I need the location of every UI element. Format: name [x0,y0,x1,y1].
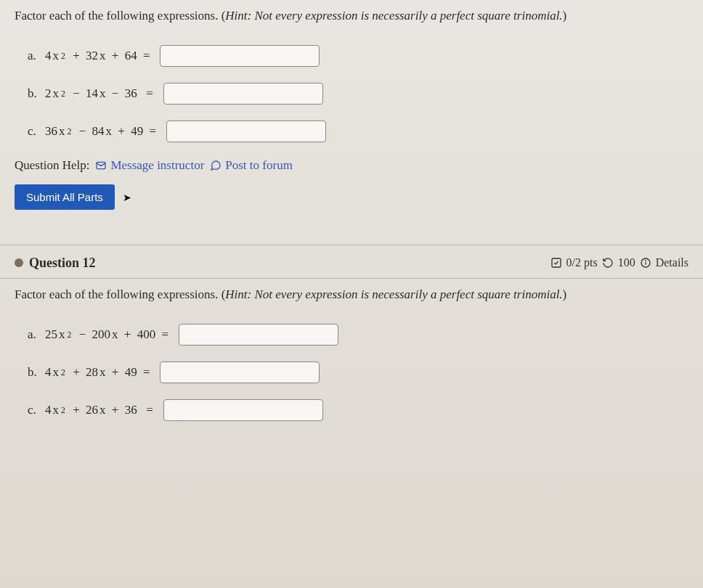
part-b-row: b. 2x2 − 14x − 36 = [28,83,688,105]
part-c-input[interactable] [166,121,326,142]
question-help-label: Question Help: [15,158,89,173]
submit-all-parts-button[interactable]: Submit All Parts [15,184,115,210]
part-c-row: c. 36x2 − 84x + 49 = [28,121,688,142]
q12-part-c-expression: 4x2 + 26x + 36 = [45,403,153,417]
question-12-parts: a. 25x2 − 200x + 400 = b. 4x2 + 28x + 49… [15,324,688,421]
question-12-title: Question 12 [29,256,96,271]
q12-part-b-input[interactable] [160,362,320,383]
comment-icon [210,160,222,171]
retries-text: 100 [618,256,635,269]
q12-part-c-label: c. [28,403,41,417]
part-a-label: a. [28,49,41,63]
prompt-hint: Hint: Not every expression is necessaril… [225,287,562,301]
q12-part-c-row: c. 4x2 + 26x + 36 = [28,399,688,421]
prompt-text: Factor each of the following expressions… [15,287,225,301]
part-a-row: a. 4x2 + 32x + 64 = [28,45,688,67]
retry-icon [602,257,614,269]
q12-part-a-expression: 25x2 − 200x + 400 = [45,327,168,342]
status-dot-icon [15,258,23,267]
post-forum-link[interactable]: Post to forum [210,158,293,173]
part-b-input[interactable] [163,83,323,105]
part-b-expression: 2x2 − 14x − 36 = [45,86,153,101]
svg-rect-1 [552,258,561,267]
svg-point-4 [645,261,646,261]
question-12-block: Factor each of the following expressions… [0,279,703,450]
question-11-prompt: Factor each of the following expressions… [15,7,688,25]
q12-part-a-label: a. [28,327,41,342]
prompt-text: Factor each of the following expressions… [15,9,225,23]
checkbox-icon [550,257,562,269]
cursor-icon: ➤ [118,192,131,203]
part-a-input[interactable] [160,45,320,67]
question-12-prompt: Factor each of the following expressions… [15,286,688,303]
part-c-expression: 36x2 − 84x + 49 = [45,124,156,139]
info-icon [640,257,651,269]
part-c-label: c. [28,124,41,139]
q12-part-b-label: b. [28,365,41,380]
part-b-label: b. [28,86,41,101]
prompt-end: ) [563,9,567,23]
question-11-parts: a. 4x2 + 32x + 64 = b. 2x2 − 14x − 36 = … [15,45,688,142]
mail-icon [95,160,107,171]
q12-part-a-input[interactable] [179,324,338,346]
question-help-line: Question Help: Message instructor Post t… [15,158,688,173]
question-12-header-right: 0/2 pts 100 Details [550,256,688,269]
question-11-block: Factor each of the following expressions… [0,0,703,223]
question-12-header: Question 12 0/2 pts 100 Details [0,245,703,279]
q12-part-b-expression: 4x2 + 28x + 49 = [45,365,150,380]
details-link[interactable]: Details [656,256,688,269]
prompt-hint: Hint: Not every expression is necessaril… [225,9,562,23]
message-instructor-link[interactable]: Message instructor [95,158,204,173]
prompt-end: ) [563,287,567,301]
q12-part-c-input[interactable] [163,399,323,421]
part-a-expression: 4x2 + 32x + 64 = [45,49,150,63]
q12-part-b-row: b. 4x2 + 28x + 49 = [28,362,688,383]
question-12-header-left: Question 12 [15,256,96,271]
score-text: 0/2 pts [566,256,598,269]
q12-part-a-row: a. 25x2 − 200x + 400 = [28,324,688,346]
